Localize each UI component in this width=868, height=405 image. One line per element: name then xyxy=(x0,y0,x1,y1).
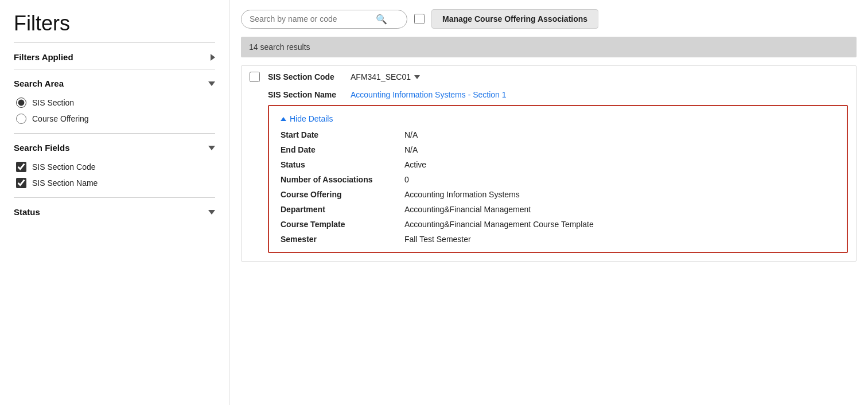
search-input[interactable] xyxy=(250,14,376,24)
sis-section-name-row: SIS Section Name Accounting Information … xyxy=(242,88,856,105)
detail-grid: Start Date N/A End Date N/A Status Activ… xyxy=(281,130,835,244)
radio-course-offering-label: Course Offering xyxy=(32,114,89,123)
sis-section-name-text: Accounting Information Systems - Section xyxy=(351,90,502,99)
checkbox-sis-section-name-label: SIS Section Name xyxy=(32,178,98,188)
checkbox-sis-section-code-input[interactable] xyxy=(16,162,26,172)
status-label: Status xyxy=(14,207,40,217)
sis-section-code-value: AFM341_SEC01 xyxy=(351,72,411,81)
department-label: Department xyxy=(281,205,395,214)
search-box[interactable]: 🔍 xyxy=(241,10,407,29)
search-area-chevron-down-icon xyxy=(208,81,215,86)
status-header[interactable]: Status xyxy=(14,198,215,224)
filters-applied-header[interactable]: Filters Applied xyxy=(14,43,215,69)
sis-section-name-link[interactable]: 1 xyxy=(502,90,507,99)
sis-section-code-dropdown[interactable]: AFM341_SEC01 xyxy=(351,72,420,81)
result-item: SIS Section Code AFM341_SEC01 SIS Sectio… xyxy=(241,65,857,262)
course-template-value: Accounting&Financial Management Course T… xyxy=(404,220,835,229)
start-date-label: Start Date xyxy=(281,130,395,139)
status-detail-label: Status xyxy=(281,160,395,169)
end-date-label: End Date xyxy=(281,145,395,154)
start-date-value: N/A xyxy=(404,130,835,139)
semester-value: Fall Test Semester xyxy=(404,235,835,244)
status-detail-value: Active xyxy=(404,160,835,169)
end-date-value: N/A xyxy=(404,145,835,154)
status-chevron-down-icon xyxy=(208,210,215,215)
sis-section-code-label: SIS Section Code xyxy=(268,72,342,81)
result-header-row: SIS Section Code AFM341_SEC01 xyxy=(242,66,856,88)
search-fields-chevron-down-icon xyxy=(208,146,215,150)
sidebar: Filters Filters Applied Search Area SIS … xyxy=(0,0,229,405)
radio-sis-section-label: SIS Section xyxy=(32,98,74,107)
num-associations-label: Number of Associations xyxy=(281,175,395,184)
search-area-header[interactable]: Search Area xyxy=(14,69,215,95)
radio-sis-section[interactable]: SIS Section xyxy=(16,98,215,108)
result-checkbox[interactable] xyxy=(250,72,260,82)
radio-course-offering-input[interactable] xyxy=(16,114,26,124)
radio-sis-section-input[interactable] xyxy=(16,98,26,108)
department-value: Accounting&Financial Management xyxy=(404,205,835,214)
checkbox-sis-section-name-input[interactable] xyxy=(16,178,26,188)
main-content: 🔍 Manage Course Offering Associations 14… xyxy=(229,0,868,405)
sis-section-name-label: SIS Section Name xyxy=(268,90,342,99)
search-icon: 🔍 xyxy=(376,14,387,25)
search-fields-options: SIS Section Code SIS Section Name xyxy=(14,159,215,197)
hide-details-button[interactable]: Hide Details xyxy=(281,114,835,123)
sis-code-dropdown-arrow-icon xyxy=(414,75,420,79)
manage-course-offering-button[interactable]: Manage Course Offering Associations xyxy=(431,9,598,29)
checkbox-sis-section-name[interactable]: SIS Section Name xyxy=(16,178,215,188)
sis-section-name-value: Accounting Information Systems - Section… xyxy=(351,90,507,99)
course-offering-detail-label: Course Offering xyxy=(281,190,395,199)
course-offering-detail-value: Accounting Information Systems xyxy=(404,190,835,199)
sidebar-title: Filters xyxy=(14,11,215,36)
semester-label: Semester xyxy=(281,235,395,244)
hide-details-arrow-icon xyxy=(281,117,286,121)
filters-applied-label: Filters Applied xyxy=(14,52,73,62)
radio-course-offering[interactable]: Course Offering xyxy=(16,114,215,124)
course-template-label: Course Template xyxy=(281,220,395,229)
search-fields-label: Search Fields xyxy=(14,143,70,153)
results-bar: 14 search results xyxy=(241,37,857,57)
checkbox-sis-section-code[interactable]: SIS Section Code xyxy=(16,162,215,172)
num-associations-value: 0 xyxy=(404,175,835,184)
filters-applied-chevron-right-icon xyxy=(211,54,215,61)
search-fields-header[interactable]: Search Fields xyxy=(14,134,215,159)
search-area-label: Search Area xyxy=(14,79,64,88)
checkbox-sis-section-code-label: SIS Section Code xyxy=(32,162,96,172)
results-count: 14 search results xyxy=(249,42,310,52)
details-box: Hide Details Start Date N/A End Date N/A… xyxy=(268,105,848,253)
hide-details-label: Hide Details xyxy=(290,114,333,123)
select-all-checkbox[interactable] xyxy=(414,14,425,24)
search-area-options: SIS Section Course Offering xyxy=(14,95,215,133)
top-bar: 🔍 Manage Course Offering Associations xyxy=(241,9,857,29)
